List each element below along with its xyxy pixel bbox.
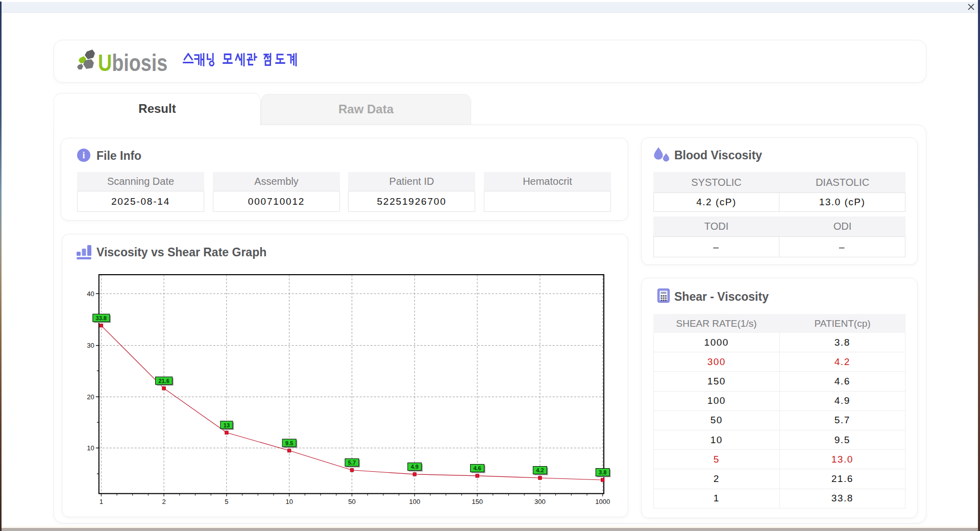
svg-text:1: 1 xyxy=(100,498,103,505)
svg-text:10: 10 xyxy=(87,444,94,452)
svg-text:10: 10 xyxy=(285,498,292,505)
svg-text:9.5: 9.5 xyxy=(285,440,293,446)
svg-text:5: 5 xyxy=(225,498,228,505)
svg-text:21.6: 21.6 xyxy=(158,378,169,384)
svg-text:100: 100 xyxy=(409,498,420,505)
svg-text:50: 50 xyxy=(348,498,355,505)
svg-text:13: 13 xyxy=(224,422,230,428)
svg-text:40: 40 xyxy=(87,290,94,298)
svg-text:4.9: 4.9 xyxy=(411,464,419,470)
svg-text:5.7: 5.7 xyxy=(348,460,356,466)
svg-text:2: 2 xyxy=(162,498,165,505)
svg-text:30: 30 xyxy=(87,342,94,349)
svg-text:300: 300 xyxy=(534,498,546,505)
svg-text:4.2: 4.2 xyxy=(536,467,544,473)
svg-text:33.8: 33.8 xyxy=(96,315,107,321)
svg-text:1000: 1000 xyxy=(595,498,610,505)
svg-text:4.6: 4.6 xyxy=(473,465,481,471)
svg-text:150: 150 xyxy=(472,498,483,505)
svg-text:3.8: 3.8 xyxy=(599,469,606,475)
svg-text:20: 20 xyxy=(87,393,94,401)
